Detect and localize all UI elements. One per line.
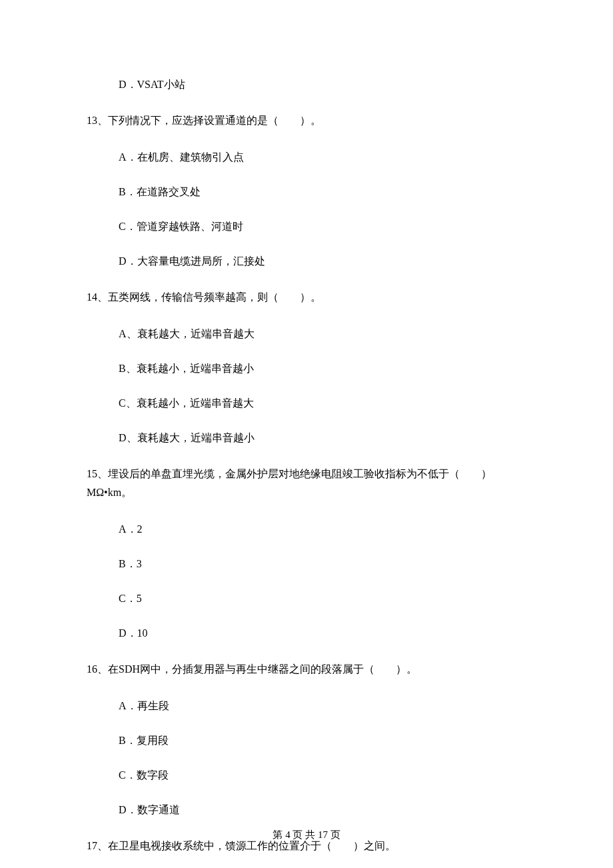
option: C．数字段 (87, 767, 526, 783)
option: D、衰耗越大，近端串音越小 (87, 430, 526, 446)
question-15: 15、埋设后的单盘直埋光缆，金属外护层对地绝缘电阻竣工验收指标为不低于（ ）MΩ… (87, 465, 526, 503)
option: D．大容量电缆进局所，汇接处 (87, 253, 526, 269)
option: B．在道路交叉处 (87, 184, 526, 200)
question-16: 16、在SDH网中，分插复用器与再生中继器之间的段落属于（ ）。 (87, 660, 526, 679)
option-text: A．在机房、建筑物引入点 (119, 151, 244, 163)
option-text: C．数字段 (119, 769, 169, 781)
document-content: D．VSAT小站 13、下列情况下，应选择设置通道的是（ ）。 A．在机房、建筑… (87, 77, 526, 868)
option-text: C、衰耗越小，近端串音越大 (119, 397, 254, 409)
option-text: A、衰耗越大，近端串音越大 (119, 328, 255, 339)
option: D．10 (87, 625, 526, 641)
page-number: 第 4 页 共 17 页 (273, 829, 340, 840)
option-text: D．数字通道 (119, 804, 180, 815)
option-text: C．管道穿越铁路、河道时 (119, 221, 243, 232)
option-text: A．再生段 (119, 700, 169, 711)
question-13: 13、下列情况下，应选择设置通道的是（ ）。 (87, 111, 526, 131)
orphan-option: D．VSAT小站 (87, 77, 526, 93)
option-text: A．2 (119, 523, 143, 535)
option: C、衰耗越小，近端串音越大 (87, 395, 526, 411)
option: A．再生段 (87, 698, 526, 714)
option-text: B．在道路交叉处 (119, 186, 201, 197)
option: B．3 (87, 556, 526, 572)
option-text: B．复用段 (119, 735, 169, 746)
question-text: 16、在SDH网中，分插复用器与再生中继器之间的段落属于（ ）。 (87, 660, 526, 679)
option-text: D．大容量电缆进局所，汇接处 (119, 255, 265, 267)
question-text: 15、埋设后的单盘直埋光缆，金属外护层对地绝缘电阻竣工验收指标为不低于（ ）MΩ… (87, 465, 526, 503)
option-text: D、衰耗越大，近端串音越小 (119, 432, 255, 443)
option: C．管道穿越铁路、河道时 (87, 219, 526, 235)
option: B、衰耗越小，近端串音越小 (87, 361, 526, 377)
option: C．5 (87, 591, 526, 607)
question-text: 14、五类网线，传输信号频率越高，则（ ）。 (87, 288, 526, 307)
option-text: C．5 (119, 593, 142, 604)
option: D．数字通道 (87, 802, 526, 818)
option-text: B．3 (119, 558, 142, 569)
question-14: 14、五类网线，传输信号频率越高，则（ ）。 (87, 288, 526, 307)
option: B．复用段 (87, 733, 526, 749)
page-footer: 第 4 页 共 17 页 (0, 829, 613, 841)
option-text: D．10 (119, 627, 148, 639)
question-text: 13、下列情况下，应选择设置通道的是（ ）。 (87, 111, 526, 131)
option: A．2 (87, 521, 526, 537)
option: A、衰耗越大，近端串音越大 (87, 326, 526, 342)
option-text: D．VSAT小站 (119, 79, 185, 90)
option-text: B、衰耗越小，近端串音越小 (119, 363, 254, 374)
option: A．在机房、建筑物引入点 (87, 149, 526, 165)
